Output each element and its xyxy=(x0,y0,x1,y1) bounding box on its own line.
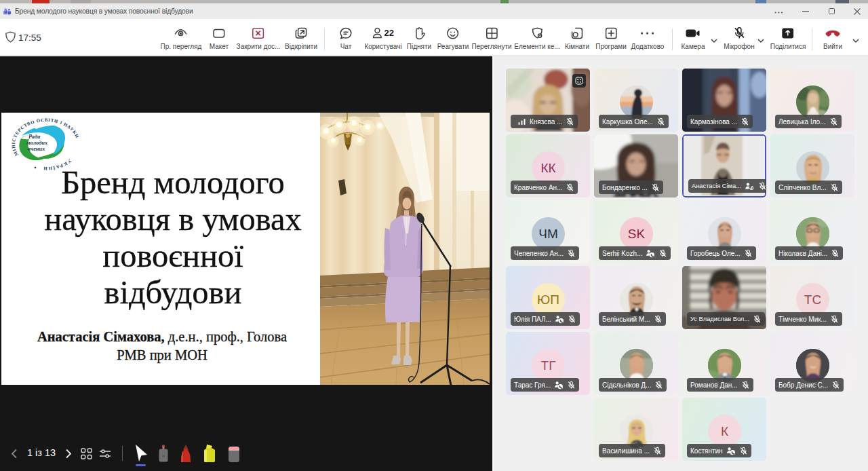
svg-text:вчених: вчених xyxy=(28,146,45,152)
svg-text:Рада: Рада xyxy=(28,134,40,140)
svg-text:молодих: молодих xyxy=(26,140,47,146)
svg-text:22: 22 xyxy=(384,28,393,38)
